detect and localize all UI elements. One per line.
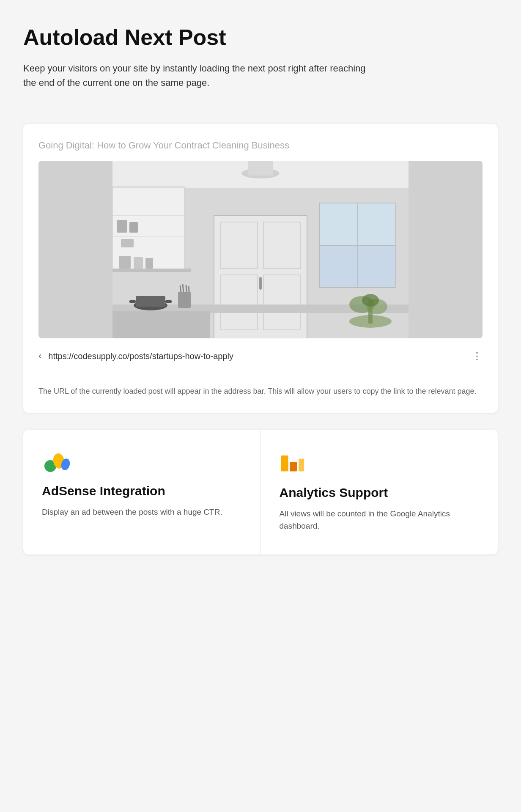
svg-rect-7 xyxy=(117,220,127,233)
svg-rect-30 xyxy=(129,300,136,303)
svg-rect-39 xyxy=(134,257,143,269)
svg-rect-46 xyxy=(281,455,288,472)
preview-card-inner: Going Digital: How to Grow Your Contract… xyxy=(23,124,498,338)
analytics-icon xyxy=(280,450,305,474)
page-title: Autoload Next Post xyxy=(23,25,498,49)
svg-rect-19 xyxy=(320,203,357,245)
url-description: The URL of the currently loaded post wil… xyxy=(23,374,498,413)
svg-rect-42 xyxy=(248,161,273,176)
svg-rect-31 xyxy=(165,300,172,303)
post-preview-title: Going Digital: How to Grow Your Contract… xyxy=(38,139,483,152)
back-arrow-button[interactable]: ‹ xyxy=(38,351,41,362)
svg-rect-15 xyxy=(259,277,262,290)
svg-rect-48 xyxy=(299,458,304,471)
svg-rect-40 xyxy=(145,258,153,269)
preview-card: Going Digital: How to Grow Your Contract… xyxy=(23,124,498,413)
post-image xyxy=(38,161,483,338)
adsense-feature-title: AdSense Integration xyxy=(42,484,242,498)
address-bar: ‹ https://codesupply.co/posts/startups-h… xyxy=(23,338,498,374)
page-description: Keep your visitors on your site by insta… xyxy=(23,61,370,90)
svg-rect-47 xyxy=(290,462,297,472)
more-options-button[interactable]: ⋮ xyxy=(472,350,483,362)
svg-rect-32 xyxy=(178,292,191,308)
svg-point-27 xyxy=(362,294,379,307)
svg-line-34 xyxy=(183,284,184,292)
svg-rect-22 xyxy=(112,311,210,338)
svg-line-33 xyxy=(180,285,181,292)
svg-line-36 xyxy=(189,286,189,292)
analytics-feature-description: All views will be counted in the Google … xyxy=(280,508,480,532)
svg-rect-20 xyxy=(358,203,395,245)
adsense-feature-card: AdSense Integration Display an ad betwee… xyxy=(23,430,261,554)
svg-line-35 xyxy=(186,285,186,292)
url-display: https://codesupply.co/posts/startups-how… xyxy=(48,351,465,361)
svg-rect-8 xyxy=(129,222,138,233)
analytics-feature-title: Analytics Support xyxy=(280,486,480,500)
svg-rect-29 xyxy=(136,296,165,307)
features-section: AdSense Integration Display an ad betwee… xyxy=(23,430,498,554)
svg-rect-38 xyxy=(119,256,131,269)
adsense-icon xyxy=(42,450,72,472)
svg-rect-9 xyxy=(121,239,134,247)
analytics-feature-card: Analytics Support All views will be coun… xyxy=(261,430,498,554)
svg-rect-4 xyxy=(112,186,184,188)
svg-rect-37 xyxy=(112,269,191,272)
adsense-feature-description: Display an ad between the posts with a h… xyxy=(42,506,242,518)
